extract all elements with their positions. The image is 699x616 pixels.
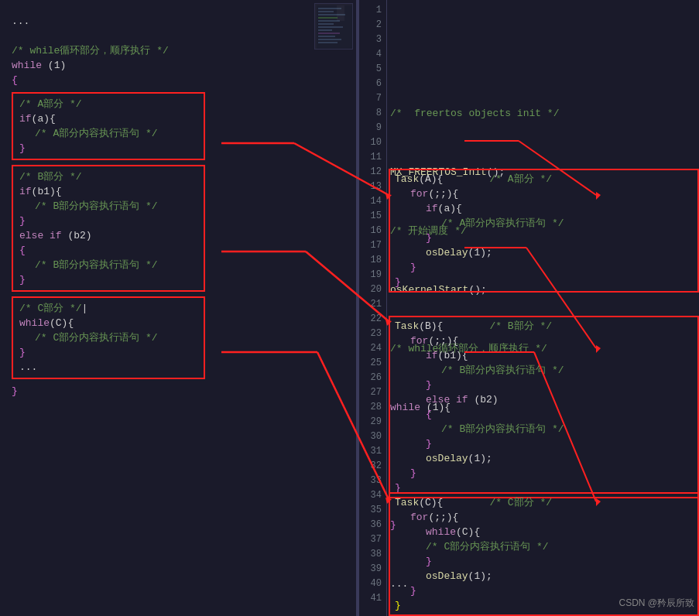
svg-rect-6	[318, 23, 334, 25]
line-numbers: 1 2 3 4 5 6 7 8 9 10 11 12 13 14 15 16 1…	[359, 0, 387, 616]
svg-rect-13	[337, 5, 344, 21]
left-box-b: /* B部分 */ if(b1){ /* B部分内容执行语句 */ } else…	[12, 165, 205, 292]
right-panel: 1 2 3 4 5 6 7 8 9 10 11 12 13 14 15 16 1…	[359, 0, 699, 616]
svg-rect-12	[318, 42, 338, 43]
svg-rect-10	[318, 36, 335, 37]
right-box-a: Task(A){/* A部分 */ for(;;){ if(a){ /* A部分…	[389, 169, 699, 293]
left-box-a: /* A部分 */ if(a){ /* A部分内容执行语句 */ }	[12, 92, 205, 160]
right-box-b: Task(B){/* B部分 */ for(;;){ if(b1){ /* B部…	[389, 316, 699, 498]
svg-rect-8	[318, 29, 332, 31]
left-line-dots: ...	[12, 14, 348, 29]
svg-rect-5	[318, 20, 340, 22]
left-brace-open: {	[12, 73, 348, 87]
left-panel: ... /* while循环部分，顺序执行 */ while (1) { /* …	[0, 0, 356, 616]
watermark: CSDN @矜辰所致	[618, 597, 694, 610]
svg-rect-4	[318, 17, 338, 19]
svg-rect-2	[318, 11, 334, 12]
svg-rect-9	[318, 33, 340, 34]
left-while: while (1)	[12, 58, 348, 73]
left-brace-close: }	[12, 384, 348, 399]
left-box-c: /* C部分 */| while(C){ /* C部分内容执行语句 */ } .…	[12, 296, 205, 379]
minimap	[314, 3, 353, 50]
left-code: ... /* while循环部分，顺序执行 */ while (1) { /* …	[12, 14, 348, 399]
left-comment-while: /* while循环部分，顺序执行 */	[12, 43, 348, 58]
svg-rect-7	[318, 26, 343, 28]
svg-rect-11	[318, 39, 341, 40]
